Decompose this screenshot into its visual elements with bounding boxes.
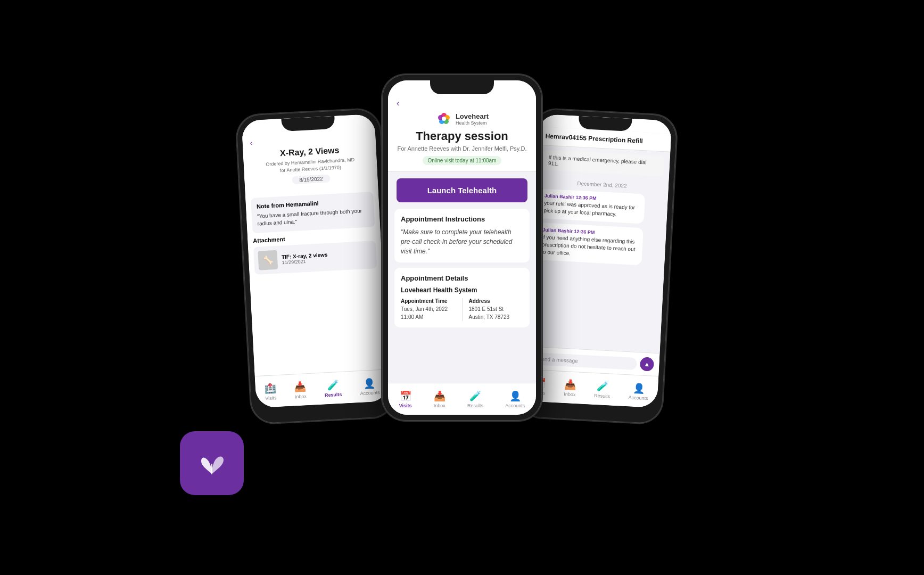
chat-bubble-1: Julian Bashir 12:36 PM your refill was a… xyxy=(538,188,646,224)
logo-flower-icon xyxy=(435,110,452,127)
phone-right: Hemrav04155 Prescription Refill If this … xyxy=(518,108,678,424)
results-icon-right: 🧪 xyxy=(596,380,608,392)
appt-time-label: Appointment Time xyxy=(401,298,456,304)
results-icon-center: 🧪 xyxy=(469,390,481,402)
send-button[interactable]: ▲ xyxy=(640,357,654,371)
nav-accounts-center[interactable]: 👤 Accounts xyxy=(501,388,529,410)
phone-left: ‹ X-Ray, 2 Views Ordered by Hemamalini R… xyxy=(236,108,395,424)
launch-telehealth-button[interactable]: Launch Telehealth xyxy=(397,178,527,202)
nav-results-right[interactable]: 🧪 Results xyxy=(590,377,615,401)
instructions-title: Appointment Instructions xyxy=(401,215,523,223)
xray-date: 8/15/2022 xyxy=(292,175,331,185)
message-input-placeholder: Send a message xyxy=(531,352,637,369)
emergency-banner: If this is a medical emergency, please d… xyxy=(541,150,665,176)
nav-inbox-left[interactable]: 📥 Inbox xyxy=(290,378,311,401)
nav-visits-center[interactable]: 📅 Visits xyxy=(395,388,416,410)
appt-time-value: Tues, Jan 4th, 2022 11:00 AM xyxy=(401,305,456,321)
attachment-section: Attachment 🦴 TIF: X-ray, 2 views 11/29/2… xyxy=(253,231,377,275)
nav-inbox-center[interactable]: 📥 Inbox xyxy=(430,388,450,410)
note-text: "You have a small fracture through both … xyxy=(257,207,369,228)
results-icon: 🧪 xyxy=(327,379,339,391)
loveheart-logo: Loveheart Health System xyxy=(435,110,489,127)
therapy-title: Therapy session xyxy=(416,129,508,143)
visits-icon: 🏥 xyxy=(264,382,276,395)
instructions-quote: "Make sure to complete your telehealth p… xyxy=(401,227,523,256)
attachment-item[interactable]: 🦴 TIF: X-ray, 2 views 11/29/2021 xyxy=(253,241,377,275)
details-card: Appointment Details Loveheart Health Sys… xyxy=(394,268,530,327)
inbox-icon: 📥 xyxy=(294,381,306,393)
visits-icon-center: 📅 xyxy=(400,390,411,402)
center-header: ‹ Lovehea xyxy=(388,94,536,172)
bottom-nav-right: 📅 Visits 📥 Inbox 🧪 Results 👤 Accounts xyxy=(524,369,659,408)
address-label: Address xyxy=(469,298,524,304)
chat-messages: Julian Bashir 12:36 PM your refill was a… xyxy=(527,188,668,354)
bottom-nav-left: 🏥 Visits 📥 Inbox 🧪 Results 👤 Accounts xyxy=(255,369,390,408)
nav-results-left[interactable]: 🧪 Results xyxy=(319,376,346,400)
instructions-card: Appointment Instructions "Make sure to c… xyxy=(394,209,530,262)
nav-visits-left[interactable]: 🏥 Visits xyxy=(260,380,281,403)
nav-accounts-left[interactable]: 👤 Accounts xyxy=(355,374,384,398)
inbox-icon-right: 📥 xyxy=(564,379,576,391)
app-icon xyxy=(180,431,244,495)
accounts-icon: 👤 xyxy=(363,377,375,389)
attachment-thumbnail: 🦴 xyxy=(258,250,278,270)
address-value: 1801 E 51st St Austin, TX 78723 xyxy=(469,305,524,321)
accounts-icon-center: 👤 xyxy=(509,390,521,402)
inbox-icon-center: 📥 xyxy=(434,390,446,402)
svg-point-5 xyxy=(442,117,446,121)
logo-name: Loveheart xyxy=(456,112,489,120)
nav-inbox-right[interactable]: 📥 Inbox xyxy=(559,376,581,399)
phone-center: ‹ Lovehea xyxy=(382,75,542,421)
online-badge: Online visit today at 11:00am xyxy=(423,156,502,165)
app-scene: ‹ X-Ray, 2 Views Ordered by Hemamalini R… xyxy=(222,48,702,527)
details-title: Appointment Details xyxy=(401,274,523,282)
nav-accounts-right[interactable]: 👤 Accounts xyxy=(624,379,653,403)
chat-text-2: if you need anything else regarding this… xyxy=(541,233,638,260)
nav-results-center[interactable]: 🧪 Results xyxy=(463,388,488,410)
chat-bubble-2: Julian Bashir 12:36 PM if you need anyth… xyxy=(535,223,643,265)
details-grid: Appointment Time Tues, Jan 4th, 2022 11:… xyxy=(401,298,523,321)
provider-name: Loveheart Health System xyxy=(401,286,523,294)
therapy-subtitle: For Annette Reeves with Dr. Jennifer Mel… xyxy=(397,145,526,152)
bottom-nav-center: 📅 Visits 📥 Inbox 🧪 Results 👤 Accounts xyxy=(388,383,536,415)
accounts-icon-right: 👤 xyxy=(633,382,645,394)
rx-title: Hemrav04155 Prescription Refill xyxy=(545,133,663,146)
back-button-center[interactable]: ‹ xyxy=(397,98,399,108)
note-card: Note from Hemamalini "You have a small f… xyxy=(251,192,375,233)
logo-sub: Health System xyxy=(456,120,489,126)
